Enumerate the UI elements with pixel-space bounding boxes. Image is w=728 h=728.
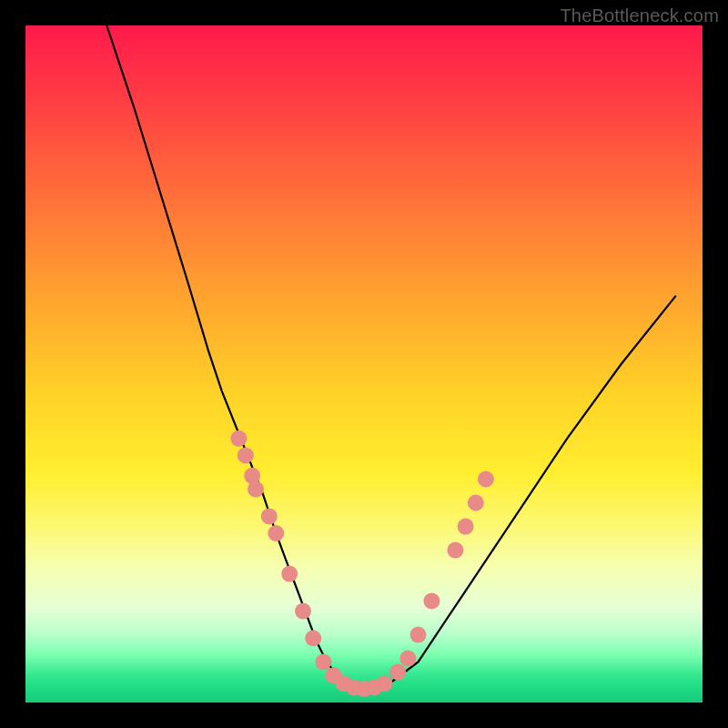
scatter-dot [295,603,311,620]
scatter-dot [281,566,298,582]
scatter-dot [248,481,264,498]
scatter-dot [315,653,331,670]
scatter-dot [399,651,416,667]
scatter-dot [268,525,284,541]
scatter-dot [468,495,484,511]
scatter-dot [389,664,406,681]
chart-frame: TheBottleneck.com [0,0,728,728]
bottleneck-curve [106,25,675,689]
scatter-dot [410,627,427,643]
scatter-dot [238,447,254,463]
scatter-dot [458,519,474,535]
scatter-dot [447,542,463,559]
scatter-dot [230,430,247,447]
scatter-dot [261,508,278,524]
watermark-text: TheBottleneck.com [560,5,719,26]
scatter-dot [305,630,321,646]
scatter-dot [423,592,440,609]
chart-svg [25,25,703,703]
scatter-dot [376,675,392,692]
plot-area [25,25,703,703]
scatter-dots-group [230,430,494,697]
scatter-dot [478,471,494,488]
